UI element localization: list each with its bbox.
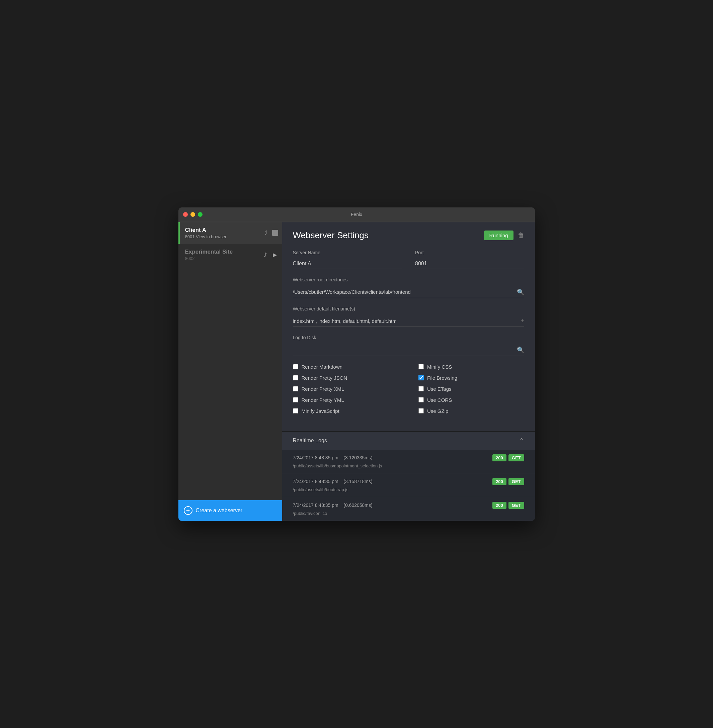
settings-panel: Webserver Settings Running 🗑 Server Name… xyxy=(282,222,535,431)
log-to-disk-input[interactable] xyxy=(293,347,517,353)
sidebar-item-port: 8001 View in browser xyxy=(185,234,277,239)
sidebar: Client A 8001 View in browser ⤴ Experime… xyxy=(178,222,282,521)
render-markdown-checkbox[interactable] xyxy=(293,364,298,369)
create-webserver-button[interactable]: + Create a webserver xyxy=(178,500,282,521)
checkbox-render-pretty-json[interactable]: Render Pretty JSON xyxy=(293,375,399,381)
default-files-input-wrapper: + xyxy=(293,316,524,327)
checkbox-render-pretty-yml[interactable]: Render Pretty YML xyxy=(293,397,399,403)
share-icon[interactable]: ⤴ xyxy=(263,250,268,259)
minify-css-checkbox[interactable] xyxy=(418,364,424,369)
sidebar-item-experimental[interactable]: Experimental Site 8002 ⤴ ▶ xyxy=(178,244,282,266)
use-etags-label: Use ETags xyxy=(427,386,452,392)
checkbox-file-browsing[interactable]: File Browsing xyxy=(418,375,524,381)
maximize-button[interactable] xyxy=(198,212,203,217)
log-entry-header: 7/24/2017 8:48:35 pm (3.120335ms) 200 GE… xyxy=(293,454,524,462)
content-area: Webserver Settings Running 🗑 Server Name… xyxy=(282,222,535,521)
status-badge: 200 xyxy=(492,454,506,462)
checkbox-render-markdown[interactable]: Render Markdown xyxy=(293,364,399,370)
logs-collapse-icon[interactable]: ⌃ xyxy=(519,437,524,444)
settings-header-right: Running 🗑 xyxy=(484,231,524,240)
checkbox-minify-javascript[interactable]: Minify JavaScript xyxy=(293,408,399,414)
log-path: /public/assets/lib/bus/appointment_selec… xyxy=(293,463,524,468)
default-files-label: Webserver default filename(s) xyxy=(293,306,524,311)
render-pretty-yml-checkbox[interactable] xyxy=(293,397,298,402)
server-name-group: Server Name xyxy=(293,250,402,269)
use-etags-checkbox[interactable] xyxy=(418,386,424,392)
status-badge: 200 xyxy=(492,478,506,485)
logs-header[interactable]: Realtime Logs ⌃ xyxy=(282,432,535,450)
sidebar-item-client-a[interactable]: Client A 8001 View in browser ⤴ xyxy=(178,222,282,244)
render-pretty-json-checkbox[interactable] xyxy=(293,375,298,380)
checkbox-render-pretty-xml[interactable]: Render Pretty XML xyxy=(293,386,399,392)
main-layout: Client A 8001 View in browser ⤴ Experime… xyxy=(178,222,535,521)
port-input[interactable] xyxy=(415,259,524,269)
default-files-input[interactable] xyxy=(293,318,521,324)
log-entry-2: 7/24/2017 8:48:35 pm (3.158718ms) 200 GE… xyxy=(282,473,535,497)
plus-circle-icon: + xyxy=(184,506,192,515)
settings-title: Webserver Settings xyxy=(293,230,368,241)
log-to-disk-input-wrapper: 🔍 xyxy=(293,344,524,356)
log-badges: 200 GET xyxy=(492,502,524,509)
method-badge: GET xyxy=(509,454,524,462)
running-badge: Running xyxy=(484,231,513,240)
log-to-disk-section: Log to Disk 🔍 xyxy=(293,335,524,356)
root-dir-label: Webserver root directories xyxy=(293,277,524,282)
sidebar-item-name: Client A xyxy=(185,227,277,234)
log-timestamp: 7/24/2017 8:48:35 pm (3.158718ms) xyxy=(293,479,373,484)
method-badge: GET xyxy=(509,502,524,509)
search-icon[interactable]: 🔍 xyxy=(517,288,524,296)
log-search-icon[interactable]: 🔍 xyxy=(517,346,524,354)
logs-section: Realtime Logs ⌃ 7/24/2017 8:48:35 pm (3.… xyxy=(282,431,535,521)
log-badges: 200 GET xyxy=(492,478,524,485)
root-dir-section: Webserver root directories 🔍 xyxy=(293,277,524,298)
share-icon[interactable]: ⤴ xyxy=(263,228,269,237)
log-entry-3: 7/24/2017 8:48:35 pm (0.602058ms) 200 GE… xyxy=(282,497,535,521)
minimize-button[interactable] xyxy=(191,212,195,217)
log-to-disk-label: Log to Disk xyxy=(293,335,524,340)
minify-javascript-checkbox[interactable] xyxy=(293,408,298,414)
minify-css-label: Minify CSS xyxy=(427,364,452,370)
logs-title: Realtime Logs xyxy=(293,438,327,444)
add-filename-icon[interactable]: + xyxy=(521,317,524,325)
titlebar-buttons xyxy=(183,212,203,217)
minify-javascript-label: Minify JavaScript xyxy=(301,408,339,414)
root-dir-input[interactable] xyxy=(293,289,517,295)
sidebar-item-actions: ⤴ ▶ xyxy=(263,250,278,259)
log-timestamp: 7/24/2017 8:48:35 pm (3.120335ms) xyxy=(293,455,373,460)
delete-button[interactable]: 🗑 xyxy=(518,232,524,239)
render-markdown-label: Render Markdown xyxy=(301,364,343,370)
app-window: Fenix Client A 8001 View in browser ⤴ Ex… xyxy=(178,207,535,521)
sidebar-spacer xyxy=(178,266,282,500)
log-entry-1: 7/24/2017 8:48:35 pm (3.120335ms) 200 GE… xyxy=(282,450,535,473)
use-cors-checkbox[interactable] xyxy=(418,397,424,402)
file-browsing-checkbox[interactable] xyxy=(418,375,424,380)
root-dir-input-wrapper: 🔍 xyxy=(293,286,524,298)
status-badge: 200 xyxy=(492,502,506,509)
create-webserver-label: Create a webserver xyxy=(196,508,243,514)
close-button[interactable] xyxy=(183,212,188,217)
server-name-label: Server Name xyxy=(293,250,402,255)
log-entry-header: 7/24/2017 8:48:35 pm (3.158718ms) 200 GE… xyxy=(293,478,524,485)
method-badge: GET xyxy=(509,478,524,485)
server-port-row: Server Name Port xyxy=(293,250,524,269)
port-label: Port xyxy=(415,250,524,255)
window-title: Fenix xyxy=(351,212,362,217)
server-name-input[interactable] xyxy=(293,259,402,269)
port-group: Port xyxy=(415,250,524,269)
checkbox-use-gzip[interactable]: Use GZip xyxy=(418,408,524,414)
render-pretty-xml-checkbox[interactable] xyxy=(293,386,298,392)
checkbox-minify-css[interactable]: Minify CSS xyxy=(418,364,524,370)
checkbox-use-etags[interactable]: Use ETags xyxy=(418,386,524,392)
render-pretty-json-label: Render Pretty JSON xyxy=(301,375,348,381)
use-gzip-checkbox[interactable] xyxy=(418,408,424,414)
log-badges: 200 GET xyxy=(492,454,524,462)
checkbox-use-cors[interactable]: Use CORS xyxy=(418,397,524,403)
stop-button[interactable] xyxy=(272,230,278,236)
titlebar: Fenix xyxy=(178,207,535,222)
settings-header: Webserver Settings Running 🗑 xyxy=(293,230,524,241)
checkboxes-grid: Render Markdown Minify CSS Render Pretty… xyxy=(293,364,524,414)
file-browsing-label: File Browsing xyxy=(427,375,457,381)
play-icon[interactable]: ▶ xyxy=(271,250,278,259)
log-entry-header: 7/24/2017 8:48:35 pm (0.602058ms) 200 GE… xyxy=(293,502,524,509)
render-pretty-yml-label: Render Pretty YML xyxy=(301,397,344,403)
